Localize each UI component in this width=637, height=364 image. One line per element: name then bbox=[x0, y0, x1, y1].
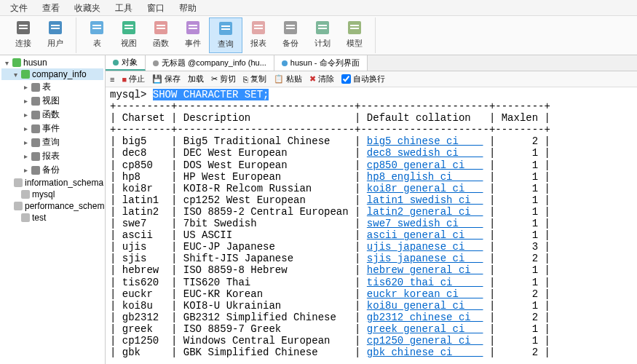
tree-视图[interactable]: ▸视图 bbox=[1, 94, 103, 108]
tree-company_info[interactable]: ▾company_info bbox=[1, 68, 103, 80]
tab-label: 无标题 @company_info (hu... bbox=[162, 58, 266, 68]
tool-连接[interactable]: 连接 bbox=[7, 17, 39, 53]
svg-rect-22 bbox=[254, 25, 263, 26]
stop-button[interactable]: ■停止 bbox=[122, 74, 145, 84]
svg-rect-34 bbox=[21, 70, 30, 79]
tool-报表[interactable]: 报表 bbox=[242, 17, 274, 53]
terminal-output[interactable]: mysql> SHOW CHARACTER SET; +---------+--… bbox=[106, 87, 637, 364]
tree-备份[interactable]: ▸备份 bbox=[1, 163, 103, 177]
expand-icon[interactable]: ▸ bbox=[22, 152, 29, 160]
tool-函数[interactable]: 函数 bbox=[145, 17, 177, 53]
tool-事件[interactable]: 事件 bbox=[177, 17, 209, 53]
tool-用户[interactable]: 用户 bbox=[39, 17, 71, 53]
svg-rect-19 bbox=[221, 25, 230, 27]
main-toolbar: 连接用户表视图函数事件查询报表备份计划模型 bbox=[0, 16, 637, 55]
autowrap-toggle[interactable]: 自动换行 bbox=[341, 74, 385, 84]
load-button[interactable]: 加载 bbox=[188, 74, 204, 84]
hamburger-icon[interactable]: ≡ bbox=[110, 75, 114, 84]
svg-rect-28 bbox=[318, 25, 327, 26]
db-icon bbox=[31, 124, 40, 133]
tool-label: 函数 bbox=[153, 38, 169, 49]
tree-label: information_schema bbox=[25, 178, 103, 188]
tool-模型[interactable]: 模型 bbox=[339, 17, 371, 53]
expand-icon[interactable]: ▾ bbox=[3, 59, 10, 67]
tree-函数[interactable]: ▸函数 bbox=[1, 108, 103, 122]
tool-label: 查询 bbox=[218, 39, 234, 50]
expand-icon[interactable]: ▾ bbox=[12, 71, 19, 79]
svg-rect-14 bbox=[157, 28, 165, 29]
tab-label: husun - 命令列界面 bbox=[290, 58, 360, 68]
tree-label: 事件 bbox=[42, 122, 60, 135]
tree-label: husun bbox=[23, 58, 47, 68]
tab[interactable]: husun - 命令列界面 bbox=[274, 55, 368, 71]
menu-文件[interactable]: 文件 bbox=[3, 0, 35, 15]
tool-icon bbox=[88, 19, 106, 36]
tab[interactable]: 无标题 @company_info (hu... bbox=[146, 55, 274, 71]
svg-rect-41 bbox=[31, 166, 40, 175]
tool-icon bbox=[250, 19, 267, 36]
tab-bar: 对象无标题 @company_info (hu...husun - 命令列界面 bbox=[106, 55, 637, 71]
db-icon bbox=[12, 58, 21, 67]
db-icon bbox=[21, 190, 30, 199]
tree-表[interactable]: ▸表 bbox=[1, 80, 103, 94]
menu-帮助[interactable]: 帮助 bbox=[172, 0, 204, 15]
svg-rect-26 bbox=[286, 28, 295, 29]
paste-button[interactable]: 📋粘贴 bbox=[274, 74, 302, 84]
db-icon bbox=[31, 111, 40, 119]
db-icon bbox=[31, 83, 40, 92]
tab-label: 对象 bbox=[122, 57, 138, 68]
tool-视图[interactable]: 视图 bbox=[113, 17, 145, 53]
menu-收藏夹[interactable]: 收藏夹 bbox=[67, 0, 108, 15]
svg-rect-7 bbox=[92, 25, 101, 26]
db-icon bbox=[21, 213, 30, 222]
tree-报表[interactable]: ▸报表 bbox=[1, 149, 103, 163]
tree-label: 查询 bbox=[42, 136, 60, 149]
save-button[interactable]: 💾保存 bbox=[152, 74, 181, 84]
svg-rect-11 bbox=[124, 28, 133, 29]
svg-rect-45 bbox=[21, 213, 30, 222]
tree-information_schema[interactable]: information_schema bbox=[1, 177, 103, 189]
tree-test[interactable]: test bbox=[1, 212, 103, 223]
tree-husun[interactable]: ▾husun bbox=[1, 57, 103, 68]
tree-label: test bbox=[32, 213, 46, 223]
tab[interactable]: 对象 bbox=[106, 55, 146, 71]
tree-mysql[interactable]: mysql bbox=[1, 189, 103, 200]
sidebar[interactable]: ▾husun▾company_info▸表▸视图▸函数▸事件▸查询▸报表▸备份i… bbox=[0, 55, 106, 364]
menu-窗口[interactable]: 窗口 bbox=[140, 0, 172, 15]
tree-事件[interactable]: ▸事件 bbox=[1, 122, 103, 135]
tool-icon bbox=[47, 19, 64, 36]
menu-查看[interactable]: 查看 bbox=[35, 0, 67, 15]
tool-label: 事件 bbox=[185, 38, 201, 49]
tool-备份[interactable]: 备份 bbox=[274, 17, 306, 53]
tool-表[interactable]: 表 bbox=[81, 17, 113, 53]
svg-rect-13 bbox=[157, 25, 165, 26]
expand-icon[interactable]: ▸ bbox=[22, 124, 29, 132]
tool-icon bbox=[15, 19, 32, 36]
svg-rect-8 bbox=[92, 28, 101, 29]
expand-icon[interactable]: ▸ bbox=[22, 138, 29, 146]
clear-button[interactable]: ✖清除 bbox=[309, 74, 334, 84]
tree-performance_schema[interactable]: performance_schema bbox=[1, 200, 103, 212]
svg-rect-43 bbox=[21, 190, 30, 199]
cut-button[interactable]: ✂剪切 bbox=[211, 74, 236, 84]
tool-icon bbox=[184, 19, 202, 36]
tree-label: 函数 bbox=[42, 108, 60, 121]
menu-工具[interactable]: 工具 bbox=[108, 0, 140, 15]
tool-查询[interactable]: 查询 bbox=[209, 17, 242, 53]
db-icon bbox=[14, 202, 23, 210]
svg-rect-29 bbox=[318, 28, 327, 29]
tree-label: 表 bbox=[42, 81, 51, 93]
tree-查询[interactable]: ▸查询 bbox=[1, 135, 103, 149]
expand-icon[interactable]: ▸ bbox=[22, 83, 29, 91]
tool-icon bbox=[120, 19, 138, 36]
tool-icon bbox=[152, 19, 170, 36]
svg-rect-1 bbox=[19, 25, 28, 26]
db-icon bbox=[21, 70, 30, 79]
expand-icon[interactable]: ▸ bbox=[22, 97, 29, 105]
expand-icon[interactable]: ▸ bbox=[22, 111, 29, 119]
tool-计划[interactable]: 计划 bbox=[306, 17, 339, 53]
tool-icon bbox=[282, 19, 299, 36]
expand-icon[interactable]: ▸ bbox=[22, 166, 29, 174]
db-icon bbox=[14, 178, 23, 187]
copy-button[interactable]: ⎘复制 bbox=[243, 74, 266, 84]
